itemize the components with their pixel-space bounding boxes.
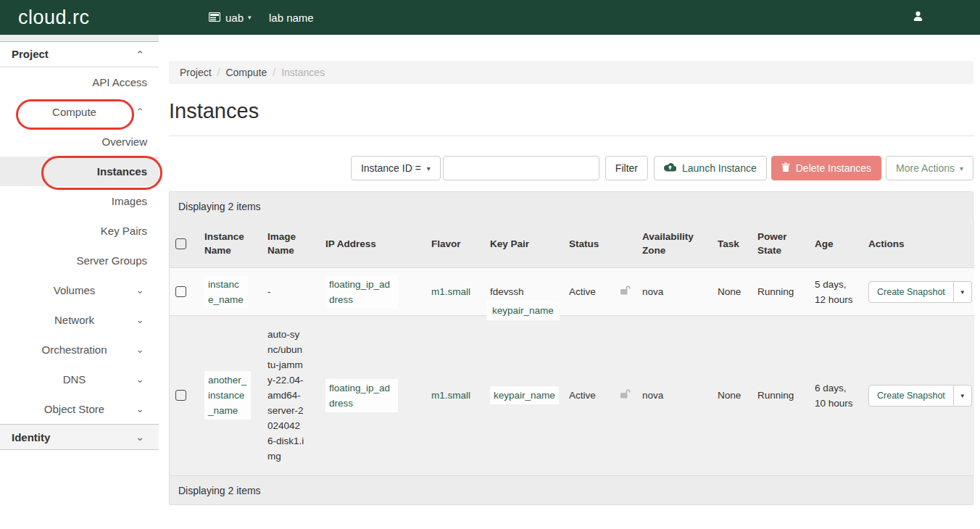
sidebar-item-instances[interactable]: Instances xyxy=(0,157,159,186)
user-icon xyxy=(912,10,924,25)
launch-instance-button[interactable]: Launch Instance xyxy=(654,156,767,180)
sidebar-item-label: Orchestration xyxy=(41,335,107,365)
sidebar-item-identity[interactable]: Identity ⌄ xyxy=(0,424,159,450)
column-header-power-state[interactable]: Power State xyxy=(752,220,809,268)
user-menu[interactable] xyxy=(912,0,924,35)
instance-name-link[interactable]: another_instance_name xyxy=(204,371,251,420)
chevron-down-icon: ⌄ xyxy=(136,335,144,365)
key-pair-redaction-label: keypair_name xyxy=(486,301,560,320)
sidebar-item-images[interactable]: Images xyxy=(0,186,159,216)
status-cell: Active xyxy=(563,316,614,475)
table-header-row: Instance Name Image Name IP Address Flav… xyxy=(170,220,974,268)
sidebar-item-volumes[interactable]: Volumes ⌄ xyxy=(0,275,159,305)
caret-down-icon: ▾ xyxy=(960,164,963,172)
column-header-image-name[interactable]: Image Name xyxy=(262,220,320,268)
lock-cell xyxy=(614,268,636,316)
column-header-availability-zone[interactable]: Availability Zone xyxy=(636,220,712,268)
nav-lab-name[interactable]: lab name xyxy=(269,0,314,35)
column-header-actions: Actions xyxy=(863,220,974,268)
availability-zone-cell: nova xyxy=(636,268,712,316)
unlock-icon xyxy=(620,286,631,297)
chevron-down-icon: ⌄ xyxy=(136,394,144,424)
ip-address-link[interactable]: floating_ip_address xyxy=(325,275,398,309)
column-header-key-pair[interactable]: Key Pair xyxy=(484,220,563,268)
column-header-ip-address[interactable]: IP Address xyxy=(320,220,425,268)
caret-down-icon: ▾ xyxy=(248,14,252,21)
availability-zone-cell: nova xyxy=(636,316,712,475)
chevron-down-icon: ⌄ xyxy=(136,365,144,394)
top-navbar: cloud.rc uab ▾ lab name xyxy=(0,0,980,35)
power-state-cell: Running xyxy=(752,268,809,316)
breadcrumb-project[interactable]: Project xyxy=(180,67,212,78)
filter-input[interactable] xyxy=(443,156,599,180)
image-name-value: auto-sync/ubuntu-jammy-22.04-amd64-serve… xyxy=(267,327,304,464)
sidebar-item-label: Project xyxy=(12,48,49,60)
brand-logo[interactable]: cloud.rc xyxy=(18,7,90,29)
sidebar-item-label: Identity xyxy=(12,431,50,443)
row-actions-dropdown[interactable]: ▾ xyxy=(954,385,972,407)
breadcrumb-compute[interactable]: Compute xyxy=(225,67,267,78)
trash-icon xyxy=(781,162,790,174)
table-caption: Displaying 2 items xyxy=(170,192,973,220)
key-pair-value: fdevssh xyxy=(490,286,524,297)
sidebar: Project ⌃ API Access Compute ⌃ Overview … xyxy=(0,35,159,450)
ip-address-link[interactable]: floating_ip_address xyxy=(325,379,398,412)
key-pair-cell: keypair_name xyxy=(484,316,563,475)
column-header-status[interactable]: Status xyxy=(563,220,614,268)
title-divider xyxy=(169,136,973,136)
row-actions: Create Snapshot ▾ xyxy=(868,385,972,407)
column-header-flavor[interactable]: Flavor xyxy=(425,220,484,268)
chevron-down-icon: ⌄ xyxy=(136,425,144,450)
sidebar-item-label: DNS xyxy=(63,365,86,394)
sidebar-item-overview[interactable]: Overview xyxy=(0,127,159,157)
task-cell: None xyxy=(712,316,752,475)
sidebar-item-label: Network xyxy=(54,305,94,335)
more-actions-button[interactable]: More Actions ▾ xyxy=(886,156,973,180)
sidebar-top-strip xyxy=(0,35,159,42)
sidebar-item-dns[interactable]: DNS ⌄ xyxy=(0,365,159,394)
row-actions: Create Snapshot ▾ xyxy=(868,281,972,303)
row-checkbox[interactable] xyxy=(175,286,186,297)
caret-down-icon: ▾ xyxy=(427,164,431,172)
chevron-up-icon: ⌃ xyxy=(136,42,144,67)
sidebar-item-label: Server Groups xyxy=(76,254,147,267)
unlock-icon xyxy=(620,390,631,401)
column-header-instance-name[interactable]: Instance Name xyxy=(199,220,262,268)
lock-cell xyxy=(614,316,636,475)
column-header-age[interactable]: Age xyxy=(809,220,863,268)
instance-name-link[interactable]: instance_name xyxy=(204,275,248,309)
column-header-lock xyxy=(614,220,636,268)
more-actions-label: More Actions xyxy=(896,162,955,174)
row-actions-dropdown[interactable]: ▾ xyxy=(954,281,972,303)
filter-button[interactable]: Filter xyxy=(605,156,648,180)
sidebar-item-key-pairs[interactable]: Key Pairs xyxy=(0,216,159,246)
column-header-task[interactable]: Task xyxy=(712,220,752,268)
create-snapshot-button[interactable]: Create Snapshot xyxy=(868,281,954,303)
sidebar-item-network[interactable]: Network ⌄ xyxy=(0,305,159,335)
flavor-link[interactable]: m1.small xyxy=(431,286,470,297)
breadcrumb: Project / Compute / Instances xyxy=(169,61,973,84)
instances-table: Displaying 2 items Instance Name Image N… xyxy=(169,191,973,505)
power-state-cell: Running xyxy=(752,316,809,475)
sidebar-item-api-access[interactable]: API Access xyxy=(0,67,159,97)
project-switcher[interactable]: uab ▾ xyxy=(209,0,252,35)
breadcrumb-instances: Instances xyxy=(281,67,325,78)
cloud-upload-icon xyxy=(664,162,676,174)
sidebar-item-label: Images xyxy=(112,195,147,207)
flavor-link[interactable]: m1.small xyxy=(431,390,470,401)
filter-field-dropdown[interactable]: Instance ID = ▾ xyxy=(351,156,441,180)
sidebar-item-server-groups[interactable]: Server Groups xyxy=(0,246,159,275)
select-all-checkbox[interactable] xyxy=(175,238,186,249)
sidebar-item-orchestration[interactable]: Orchestration ⌄ xyxy=(0,335,159,365)
create-snapshot-button[interactable]: Create Snapshot xyxy=(868,385,954,407)
delete-instances-button[interactable]: Delete Instances xyxy=(771,156,881,180)
row-checkbox[interactable] xyxy=(175,390,186,401)
table-toolbar: Instance ID = ▾ Filter Launch Instance D… xyxy=(169,156,973,180)
instance-row: instance_name - floating_ip_address m1.s… xyxy=(170,268,974,316)
sidebar-item-object-store[interactable]: Object Store ⌄ xyxy=(0,394,159,424)
delete-instances-label: Delete Instances xyxy=(796,162,871,174)
main-content: Project / Compute / Instances Instances … xyxy=(169,35,973,505)
sidebar-item-project[interactable]: Project ⌃ xyxy=(0,42,159,67)
age-cell: 5 days, 12 hours xyxy=(809,268,863,316)
sidebar-item-compute[interactable]: Compute ⌃ xyxy=(0,97,159,127)
